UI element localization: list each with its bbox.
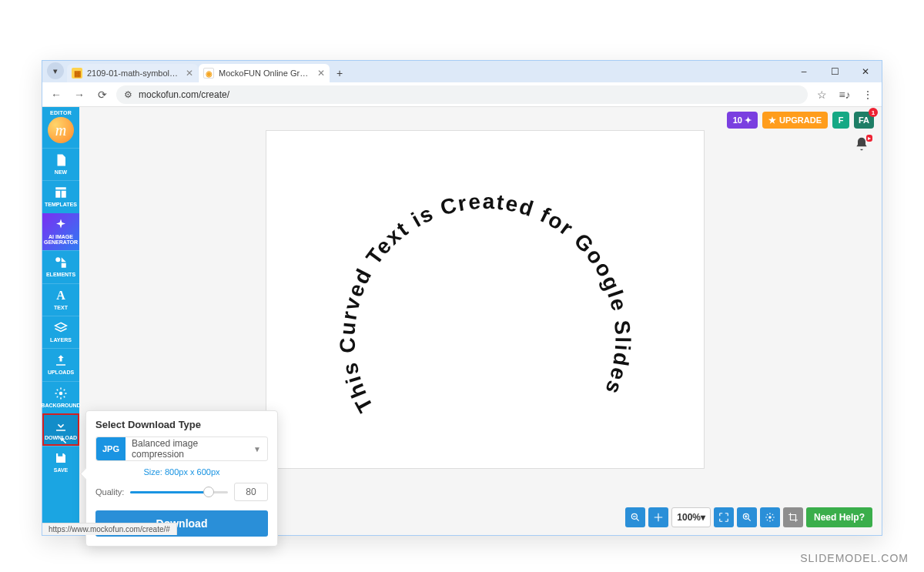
sidebar-item-background[interactable]: BACKGROUND xyxy=(42,381,79,413)
credits-label: 10 ✦ xyxy=(733,115,752,125)
download-size-label: Size: 800px x 600px xyxy=(95,467,268,477)
url-input[interactable]: ⚙ mockofun.com/create/ xyxy=(116,85,808,104)
slider-knob[interactable] xyxy=(203,487,214,497)
user-avatar-2[interactable]: FA 1 xyxy=(854,112,874,129)
site-settings-icon[interactable]: ⚙ xyxy=(124,89,132,100)
curved-text-element[interactable]: This Curved Text is Created for Google S… xyxy=(266,131,704,468)
user-avatar-1[interactable]: F xyxy=(832,112,849,129)
gear-icon xyxy=(54,386,68,400)
window-maximize-button[interactable]: ☐ xyxy=(819,62,850,82)
sidebar-item-ai-image-generator[interactable]: AI IMAGE GENERATOR xyxy=(42,213,79,251)
sidebar-item-label: BACKGROUND xyxy=(41,403,80,408)
quality-slider[interactable] xyxy=(130,486,228,498)
sidebar-item-new[interactable]: NEW xyxy=(42,148,79,180)
zoom-percent-dropdown[interactable]: 100%▾ xyxy=(671,507,711,527)
tab-search-button[interactable]: ▾ xyxy=(47,62,64,79)
sidebar-item-label: AI IMAGE GENERATOR xyxy=(42,234,79,246)
design-canvas[interactable]: This Curved Text is Created for Google S… xyxy=(266,130,705,469)
browser-window: – ☐ ✕ ▾ ▦ 2109-01-math-symbols-powerp ✕ … xyxy=(42,60,882,536)
quality-label: Quality: xyxy=(95,487,124,497)
sidebar-item-text[interactable]: A TEXT xyxy=(42,283,79,316)
nav-forward-button[interactable]: → xyxy=(70,85,89,104)
upgrade-button[interactable]: ★ UPGRADE xyxy=(762,112,828,129)
star-icon: ★ xyxy=(768,115,776,125)
cursor-icon: ↖ xyxy=(60,436,67,446)
svg-point-2 xyxy=(59,392,63,396)
sidebar-item-uploads[interactable]: UPLOADS xyxy=(42,348,79,380)
chevron-down-icon: ▼ xyxy=(247,445,267,453)
sidebar-item-elements[interactable]: ELEMENTS xyxy=(42,250,79,283)
window-minimize-button[interactable]: – xyxy=(788,62,819,82)
format-description: Balanced image compression xyxy=(126,438,247,460)
avatar-initial: F xyxy=(839,115,844,125)
quality-row: Quality: 80 xyxy=(95,483,268,501)
close-tab-icon[interactable]: ✕ xyxy=(186,68,193,79)
app-workspace: EDITOR m NEW TEMPLATES AI IMAGE GENERATO… xyxy=(42,107,882,535)
crop-button[interactable] xyxy=(783,507,803,527)
sidebar-item-label: TEMPLATES xyxy=(45,202,77,207)
avatar-initial: FA xyxy=(859,115,869,125)
nav-back-button[interactable]: ← xyxy=(47,85,65,104)
nav-reload-button[interactable]: ⟳ xyxy=(93,85,112,104)
sidebar-item-templates[interactable]: TEMPLATES xyxy=(42,180,79,212)
fit-screen-button[interactable] xyxy=(648,507,668,527)
notifications-button[interactable]: ▸ xyxy=(854,136,869,155)
watermark-text: SLIDEMODEL.COM xyxy=(800,552,909,564)
notification-badge: ▸ xyxy=(866,135,872,142)
sidebar-item-label: NEW xyxy=(55,169,67,175)
help-label: Need Help? xyxy=(814,512,865,523)
help-button[interactable]: Need Help? xyxy=(806,507,872,527)
popover-title: Select Download Type xyxy=(95,419,268,430)
close-tab-icon[interactable]: ✕ xyxy=(317,68,325,79)
credits-pill[interactable]: 10 ✦ xyxy=(727,112,758,129)
sidebar-item-save[interactable]: SAVE xyxy=(42,446,79,478)
new-tab-button[interactable]: + xyxy=(330,64,349,82)
app-logo-icon[interactable]: m xyxy=(48,117,74,143)
window-close-button[interactable]: ✕ xyxy=(850,62,881,82)
browser-tabstrip: ▾ ▦ 2109-01-math-symbols-powerp ✕ ◉ Mock… xyxy=(42,61,882,82)
svg-text:This Curved Text is Created fo: This Curved Text is Created for Google S… xyxy=(335,189,634,416)
sidebar-item-label: UPLOADS xyxy=(48,370,74,375)
upgrade-label: UPGRADE xyxy=(779,115,822,125)
editor-sidebar: EDITOR m NEW TEMPLATES AI IMAGE GENERATO… xyxy=(42,107,79,535)
text-icon: A xyxy=(54,289,68,303)
browser-tab-2[interactable]: ◉ MockoFUN Online Graphic Des ✕ xyxy=(199,64,330,82)
zoom-percent-label: 100%▾ xyxy=(677,512,705,523)
fullscreen-button[interactable] xyxy=(714,507,734,527)
download-icon xyxy=(54,419,68,433)
browser-menu-button[interactable]: ⋮ xyxy=(859,85,877,104)
save-icon xyxy=(54,451,68,465)
bookmark-star-icon[interactable]: ☆ xyxy=(812,85,831,104)
media-control-icon[interactable]: ≡♪ xyxy=(835,85,854,104)
format-chip: JPG xyxy=(96,437,126,460)
sidebar-item-layers[interactable]: LAYERS xyxy=(42,316,79,348)
svg-point-0 xyxy=(55,258,60,263)
svg-point-6 xyxy=(768,516,772,519)
sidebar-header: EDITOR xyxy=(42,107,79,117)
zoom-out-button[interactable] xyxy=(625,507,645,527)
download-format-dropdown[interactable]: JPG Balanced image compression ▼ xyxy=(95,437,268,461)
layers-icon xyxy=(54,321,68,335)
mockofun-favicon-icon: ◉ xyxy=(203,68,214,79)
browser-tab-1[interactable]: ▦ 2109-01-math-symbols-powerp ✕ xyxy=(67,64,198,82)
slider-fill xyxy=(130,491,208,493)
shapes-icon xyxy=(54,256,68,269)
fullscreen-icon xyxy=(718,512,729,523)
tab-title: MockoFUN Online Graphic Des xyxy=(219,69,313,78)
sparkle-icon xyxy=(54,218,68,232)
zoom-in-button[interactable] xyxy=(737,507,757,527)
svg-rect-1 xyxy=(62,263,66,268)
file-icon xyxy=(54,153,68,167)
tab-title: 2109-01-math-symbols-powerp xyxy=(87,69,181,78)
fit-icon xyxy=(653,512,664,523)
status-bar-link: https://www.mockofun.com/create/# xyxy=(42,523,177,535)
templates-icon xyxy=(54,186,68,199)
zoom-in-icon xyxy=(742,512,752,523)
canvas-toolbar: 100%▾ Need Help? xyxy=(625,507,872,527)
window-controls: – ☐ ✕ xyxy=(788,62,881,82)
app-header-actions: 10 ✦ ★ UPGRADE F FA 1 xyxy=(727,112,874,129)
canvas-settings-button[interactable] xyxy=(760,507,780,527)
url-text: mockofun.com/create/ xyxy=(139,89,229,100)
sidebar-item-download[interactable]: DOWNLOAD ↖ xyxy=(42,413,79,446)
quality-value-input[interactable]: 80 xyxy=(234,483,268,501)
